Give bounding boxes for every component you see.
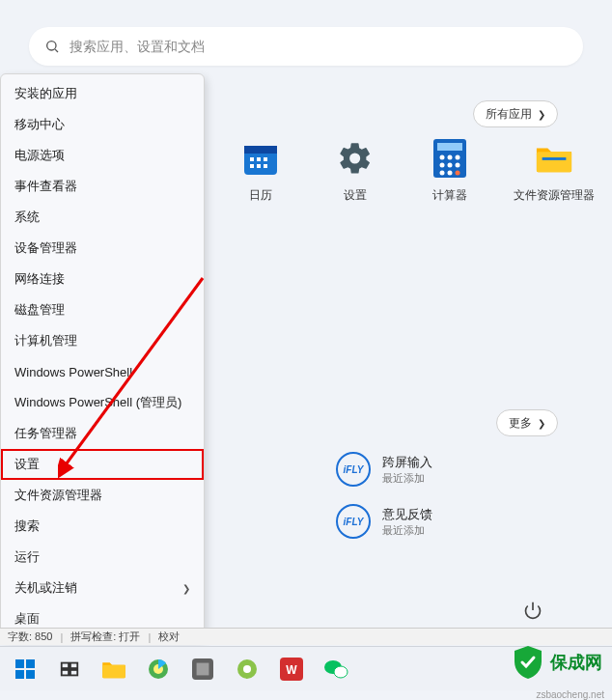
taskbar-browser-1[interactable] — [139, 651, 178, 687]
menu-item-label: 网络连接 — [14, 270, 65, 288]
svg-rect-32 — [70, 669, 77, 675]
menu-item-label: 任务管理器 — [14, 425, 77, 442]
shield-icon — [512, 644, 544, 681]
svg-rect-11 — [437, 143, 462, 151]
menu-item-3[interactable]: 事件查看器 — [1, 171, 204, 202]
menu-item-label: Windows PowerShell (管理员) — [14, 394, 181, 411]
search-input[interactable] — [70, 39, 568, 54]
app-label: 文件资源管理器 — [514, 187, 595, 204]
app-file-explorer[interactable]: 文件资源管理器 — [515, 139, 593, 204]
search-icon — [44, 39, 60, 54]
menu-item-label: 系统 — [14, 209, 40, 226]
menu-item-9[interactable]: Windows PowerShell — [1, 356, 204, 387]
menu-item-label: 设备管理器 — [14, 239, 77, 257]
brand-text: 保成网 — [550, 651, 602, 674]
svg-point-12 — [440, 155, 445, 160]
svg-rect-22 — [542, 157, 567, 160]
menu-item-1[interactable]: 移动中心 — [1, 109, 204, 140]
recommended-title: 跨屏输入 — [382, 454, 432, 471]
calculator-icon — [431, 139, 469, 178]
taskbar-wechat[interactable] — [317, 651, 355, 687]
taskbar-wps[interactable]: W — [272, 651, 311, 687]
taskbar-app-1[interactable] — [183, 651, 222, 687]
svg-line-1 — [55, 49, 58, 52]
menu-item-label: 运行 — [14, 548, 40, 566]
svg-rect-25 — [15, 659, 24, 668]
svg-rect-28 — [26, 670, 35, 679]
taskbar-file-explorer[interactable] — [95, 651, 133, 687]
svg-text:W: W — [286, 663, 297, 677]
status-spellcheck: 拼写检查: 打开 — [70, 630, 140, 644]
ifly-icon: iFLY — [336, 504, 371, 539]
menu-item-8[interactable]: 计算机管理 — [1, 325, 204, 356]
svg-rect-8 — [257, 164, 261, 168]
menu-item-label: 关机或注销 — [14, 579, 77, 597]
recommended-item[interactable]: iFLY 跨屏输入 最近添加 — [336, 452, 432, 487]
status-wordcount: 字数: 850 — [8, 630, 52, 644]
menu-item-label: 事件查看器 — [14, 178, 77, 195]
menu-item-7[interactable]: 磁盘管理 — [1, 294, 204, 325]
more-button[interactable]: 更多 ❯ — [496, 409, 558, 436]
svg-rect-31 — [62, 669, 69, 675]
svg-point-19 — [448, 171, 453, 176]
menu-item-0[interactable]: 安装的应用 — [1, 78, 204, 109]
svg-rect-21 — [537, 152, 571, 172]
menu-item-label: 桌面 — [14, 610, 40, 628]
menu-item-12[interactable]: 设置 — [1, 449, 204, 480]
menu-item-5[interactable]: 设备管理器 — [1, 233, 204, 264]
brand-watermark: 保成网 — [512, 644, 602, 681]
svg-point-43 — [334, 666, 348, 678]
menu-item-13[interactable]: 文件资源管理器 — [1, 480, 204, 511]
gear-icon — [336, 139, 375, 178]
all-apps-button[interactable]: 所有应用 ❯ — [473, 100, 558, 127]
app-settings[interactable]: 设置 — [326, 139, 384, 204]
svg-point-18 — [440, 171, 445, 176]
svg-rect-7 — [250, 164, 254, 168]
menu-item-label: 计算机管理 — [14, 332, 77, 350]
recommended-title: 意见反馈 — [382, 506, 432, 523]
svg-point-39 — [243, 665, 251, 673]
chevron-right-icon: ❯ — [182, 583, 190, 594]
svg-rect-3 — [244, 146, 277, 154]
recommended-subtitle: 最近添加 — [382, 471, 432, 486]
menu-item-label: 搜索 — [14, 518, 40, 535]
taskbar-browser-2[interactable] — [228, 651, 266, 687]
folder-icon — [535, 139, 573, 178]
menu-item-label: 磁盘管理 — [14, 301, 65, 319]
menu-item-label: Windows PowerShell — [14, 365, 132, 379]
status-bar: 字数: 850| 拼写检查: 打开| 校对 — [0, 628, 612, 645]
menu-item-label: 安装的应用 — [14, 85, 77, 102]
svg-rect-26 — [26, 659, 35, 668]
menu-item-16[interactable]: 关机或注销❯ — [1, 573, 204, 603]
globe-icon — [147, 658, 170, 681]
start-button[interactable] — [6, 651, 44, 687]
app-icon — [192, 658, 213, 680]
status-proof: 校对 — [158, 630, 180, 644]
menu-item-11[interactable]: 任务管理器 — [1, 418, 204, 449]
app-calculator[interactable]: 计算器 — [421, 139, 479, 204]
app-calendar[interactable]: 日历 — [232, 139, 290, 204]
menu-item-10[interactable]: Windows PowerShell (管理员) — [1, 387, 204, 418]
menu-item-label: 移动中心 — [14, 116, 65, 133]
brand-url: zsbaocheng.net — [536, 689, 604, 700]
svg-rect-5 — [257, 157, 261, 161]
svg-point-20 — [456, 171, 460, 176]
menu-item-14[interactable]: 搜索 — [1, 511, 204, 542]
wps-icon: W — [280, 658, 303, 681]
app-label: 计算器 — [432, 187, 467, 204]
menu-item-2[interactable]: 电源选项 — [1, 140, 204, 171]
menu-item-label: 电源选项 — [14, 147, 65, 164]
recommended-item[interactable]: iFLY 意见反馈 最近添加 — [336, 504, 432, 539]
menu-item-label: 设置 — [14, 456, 40, 473]
svg-rect-33 — [102, 664, 125, 678]
menu-item-6[interactable]: 网络连接 — [1, 264, 204, 294]
taskview-button[interactable] — [50, 651, 89, 687]
menu-item-4[interactable]: 系统 — [1, 202, 204, 233]
menu-item-15[interactable]: 运行 — [1, 542, 204, 573]
svg-point-16 — [448, 163, 453, 168]
svg-point-0 — [47, 42, 56, 50]
svg-point-15 — [440, 163, 445, 168]
search-bar[interactable] — [29, 27, 583, 66]
power-button[interactable] — [517, 595, 548, 626]
svg-rect-9 — [264, 164, 267, 168]
